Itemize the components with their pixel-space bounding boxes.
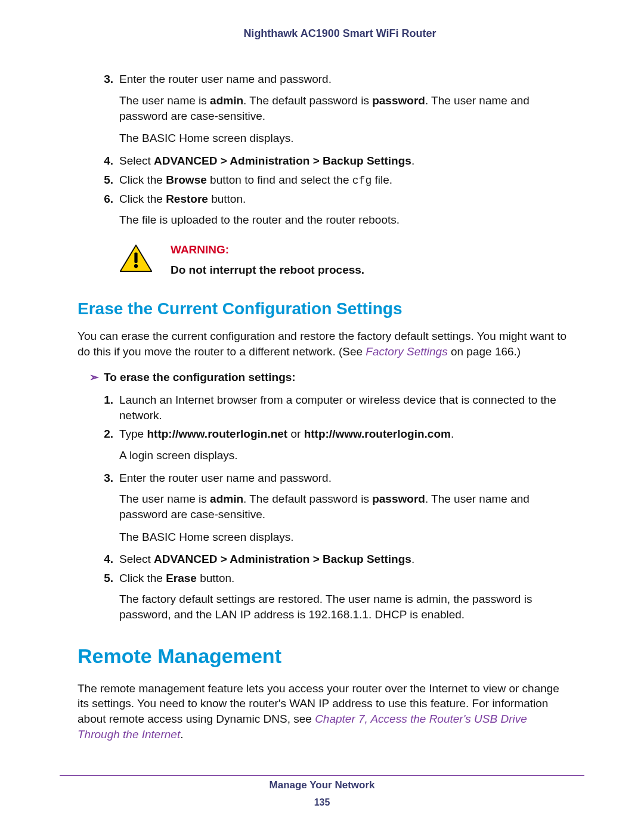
erase-step-4: 4. Select ADVANCED > Administration > Ba… bbox=[95, 552, 566, 567]
erase-step-5-paragraph: The factory default settings are restore… bbox=[95, 592, 566, 622]
step-4: 4. Select ADVANCED > Administration > Ba… bbox=[95, 153, 566, 169]
step-text: Enter the router user name and password. bbox=[119, 73, 332, 85]
step-6-paragraph: The file is uploaded to the router and t… bbox=[95, 212, 566, 228]
step-text: Launch an Internet browser from a comput… bbox=[119, 394, 556, 422]
erase-step-1: 1. Launch an Internet browser from a com… bbox=[95, 392, 566, 423]
chevron-right-icon: ➢ bbox=[89, 370, 104, 385]
erase-step-3: 3. Enter the router user name and passwo… bbox=[95, 470, 566, 486]
erase-step-5: 5. Click the Erase button. bbox=[95, 571, 566, 586]
page-header: Nighthawk AC1900 Smart WiFi Router bbox=[95, 26, 584, 41]
step-text: Enter the router user name and password. bbox=[119, 472, 332, 484]
step-number: 2. bbox=[95, 426, 113, 442]
step-number: 1. bbox=[95, 392, 113, 408]
erase-intro: You can erase the current configuration … bbox=[78, 329, 566, 359]
warning-text: WARNING: Do not interrupt the reboot pro… bbox=[171, 242, 364, 277]
step-number: 5. bbox=[95, 571, 113, 586]
warning-label: WARNING: bbox=[171, 242, 364, 258]
xref-factory-settings[interactable]: Factory Settings bbox=[366, 345, 447, 358]
step-6: 6. Click the Restore button. bbox=[95, 191, 566, 207]
procedure-heading-erase: ➢To erase the configuration settings: bbox=[89, 370, 566, 385]
heading-remote-management: Remote Management bbox=[78, 643, 566, 670]
footer-section-title: Manage Your Network bbox=[0, 779, 644, 792]
svg-point-2 bbox=[134, 264, 138, 268]
step-number: 3. bbox=[95, 470, 113, 486]
step-number: 4. bbox=[95, 552, 113, 567]
heading-erase-settings: Erase the Current Configuration Settings bbox=[78, 298, 566, 320]
erase-step-2-paragraph: A login screen displays. bbox=[95, 448, 566, 463]
step-number: 4. bbox=[95, 153, 113, 169]
warning-icon bbox=[119, 243, 153, 274]
step-5: 5. Click the Browse button to find and s… bbox=[95, 172, 566, 188]
step-3-paragraph-2: The BASIC Home screen displays. bbox=[95, 131, 566, 146]
erase-step-3-paragraph-2: The BASIC Home screen displays. bbox=[95, 529, 566, 545]
step-3-paragraph-1: The user name is admin. The default pass… bbox=[95, 93, 566, 123]
document-page: Nighthawk AC1900 Smart WiFi Router 3. En… bbox=[0, 0, 644, 833]
code-cfg: cfg bbox=[352, 175, 371, 187]
step-number: 3. bbox=[95, 72, 113, 87]
page-footer: Manage Your Network 135 bbox=[0, 779, 644, 809]
footer-divider bbox=[60, 775, 584, 776]
erase-step-2: 2. Type http://www.routerlogin.net or ht… bbox=[95, 426, 566, 442]
footer-page-number: 135 bbox=[0, 796, 644, 809]
page-content: 3. Enter the router user name and passwo… bbox=[95, 72, 584, 742]
svg-rect-1 bbox=[134, 253, 137, 264]
step-number: 6. bbox=[95, 191, 113, 207]
warning-message: Do not interrupt the reboot process. bbox=[171, 264, 364, 276]
remote-management-intro: The remote management feature lets you a… bbox=[78, 681, 566, 742]
step-number: 5. bbox=[95, 172, 113, 188]
step-3: 3. Enter the router user name and passwo… bbox=[95, 72, 566, 87]
warning-block: WARNING: Do not interrupt the reboot pro… bbox=[119, 242, 566, 277]
erase-step-3-paragraph-1: The user name is admin. The default pass… bbox=[95, 491, 566, 522]
